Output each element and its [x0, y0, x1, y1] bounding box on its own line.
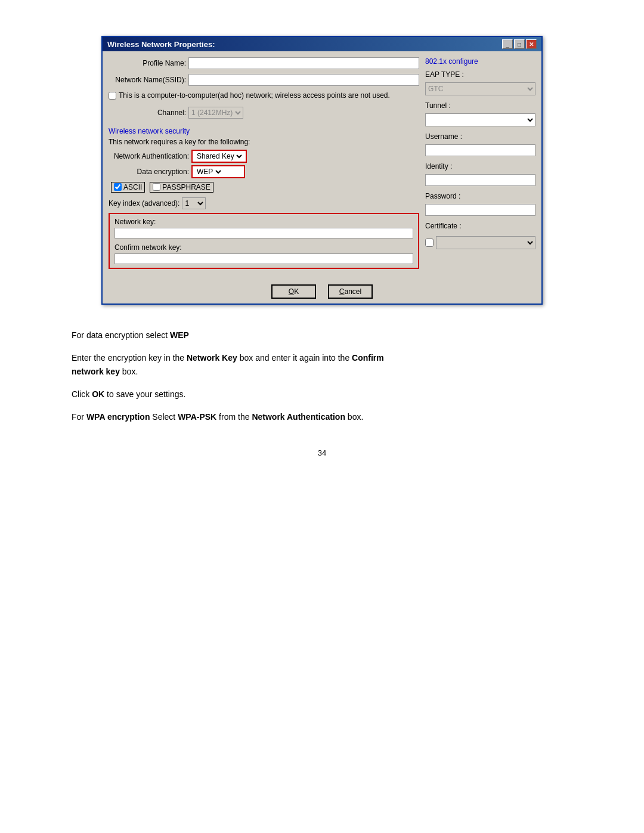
ok-bold: OK: [92, 389, 104, 399]
network-name-input[interactable]: [188, 74, 419, 86]
ascii-checkbox[interactable]: [114, 183, 122, 191]
wep-bold: WEP: [170, 330, 189, 340]
profile-name-input[interactable]: [188, 57, 419, 69]
profile-name-label: Profile Name:: [109, 59, 186, 67]
security-desc: This network requires a key for the foll…: [109, 138, 419, 146]
right-panel: 802.1x configure EAP TYPE : GTC PEAP TLS…: [425, 57, 535, 274]
network-auth-row: Network Authentication: Shared Key Open …: [109, 150, 419, 163]
left-panel: Profile Name: Network Name(SSID): This i…: [109, 57, 419, 274]
passphrase-item: PASSPHRASE: [150, 182, 213, 193]
tunnel-label: Tunnel :: [425, 101, 535, 110]
network-auth-select[interactable]: Shared Key Open WPA-PSK: [194, 151, 244, 161]
certificate-row: [425, 236, 535, 249]
ok-button[interactable]: OK: [271, 284, 316, 299]
titlebar-buttons: _ □ ✕: [502, 39, 537, 49]
ascii-passphrase-row: ASCII PASSPHRASE: [109, 182, 419, 193]
ascii-item: ASCII: [111, 182, 145, 193]
certificate-select[interactable]: [436, 236, 535, 249]
channel-label: Channel:: [109, 109, 186, 117]
cancel-button[interactable]: Cancel: [328, 284, 373, 299]
confirm-key-input[interactable]: [114, 253, 413, 264]
paragraph-1: For data encryption select WEP: [72, 329, 572, 343]
keyindex-select[interactable]: 1 2 3 4: [182, 197, 206, 209]
network-key-bold: Network Key: [187, 353, 237, 363]
minimize-button[interactable]: _: [502, 39, 513, 49]
wireless-network-properties-dialog: Wireless Network Properties: _ □ ✕ Profi…: [101, 36, 543, 305]
dialog-body: Profile Name: Network Name(SSID): This i…: [103, 51, 541, 280]
confirm-key-label: Confirm network key:: [114, 243, 413, 252]
identity-label: Identity :: [425, 162, 535, 171]
channel-row: Channel: 1 (2412MHz): [109, 107, 419, 119]
data-enc-label: Data encryption:: [109, 168, 189, 176]
dialog-title: Wireless Network Properties:: [107, 40, 215, 49]
paragraph-2: Enter the encryption key in the Network …: [72, 351, 572, 380]
password-input[interactable]: [425, 204, 535, 216]
eap-type-select[interactable]: GTC PEAP TLS: [425, 82, 535, 95]
net-auth-bold: Network Authentication: [252, 412, 345, 422]
wpa-enc-bold: WPA encryption: [86, 412, 150, 422]
profile-name-row: Profile Name:: [109, 57, 419, 69]
network-name-label: Network Name(SSID):: [109, 76, 186, 84]
adhoc-row: This is a computer-to-computer(ad hoc) n…: [109, 91, 419, 101]
body-text: For data encryption select WEP Enter the…: [72, 329, 572, 425]
passphrase-label: PASSPHRASE: [162, 183, 210, 191]
network-auth-dropdown-wrapper: Shared Key Open WPA-PSK: [191, 150, 247, 163]
username-input[interactable]: [425, 144, 535, 156]
keyindex-row: Key index (advanced): 1 2 3 4: [109, 197, 419, 209]
certificate-label: Certificate :: [425, 222, 535, 230]
eap-section-title: 802.1x configure: [425, 57, 535, 66]
security-title: Wireless network security: [109, 127, 419, 135]
ascii-label: ASCII: [123, 183, 142, 191]
passphrase-checkbox[interactable]: [153, 183, 160, 191]
dialog-footer: OK Cancel: [103, 280, 541, 304]
network-key-input[interactable]: [114, 228, 413, 239]
username-label: Username :: [425, 132, 535, 141]
close-button[interactable]: ✕: [526, 39, 537, 49]
channel-select[interactable]: 1 (2412MHz): [188, 107, 243, 119]
eap-type-label: EAP TYPE :: [425, 70, 535, 79]
dialog-wrapper: Wireless Network Properties: _ □ ✕ Profi…: [72, 36, 572, 305]
data-enc-dropdown-wrapper: WEP TKIP AES: [191, 165, 245, 178]
tunnel-select[interactable]: [425, 113, 535, 126]
password-label: Password :: [425, 192, 535, 200]
maximize-button[interactable]: □: [514, 39, 525, 49]
netkey-section: Network key: Confirm network key:: [109, 213, 419, 269]
dialog-titlebar: Wireless Network Properties: _ □ ✕: [103, 37, 541, 51]
network-key-label: Network key:: [114, 218, 413, 226]
data-enc-row: Data encryption: WEP TKIP AES: [109, 165, 419, 178]
adhoc-text: This is a computer-to-computer(ad hoc) n…: [119, 91, 390, 101]
keyindex-label: Key index (advanced):: [109, 199, 179, 208]
paragraph-4: For WPA encryption Select WPA-PSK from t…: [72, 410, 572, 425]
ok-label: OK: [289, 287, 299, 296]
page-number: 34: [72, 448, 572, 457]
network-name-row: Network Name(SSID):: [109, 74, 419, 86]
cancel-label: Cancel: [339, 287, 361, 296]
certificate-checkbox[interactable]: [425, 239, 434, 247]
data-enc-select[interactable]: WEP TKIP AES: [194, 167, 223, 176]
wpa-psk-bold: WPA-PSK: [178, 412, 216, 422]
network-auth-label: Network Authentication:: [109, 152, 189, 160]
security-section: Wireless network security This network r…: [109, 127, 419, 274]
identity-input[interactable]: [425, 174, 535, 186]
paragraph-3: Click OK to save your settings.: [72, 388, 572, 402]
adhoc-checkbox[interactable]: [109, 92, 116, 100]
